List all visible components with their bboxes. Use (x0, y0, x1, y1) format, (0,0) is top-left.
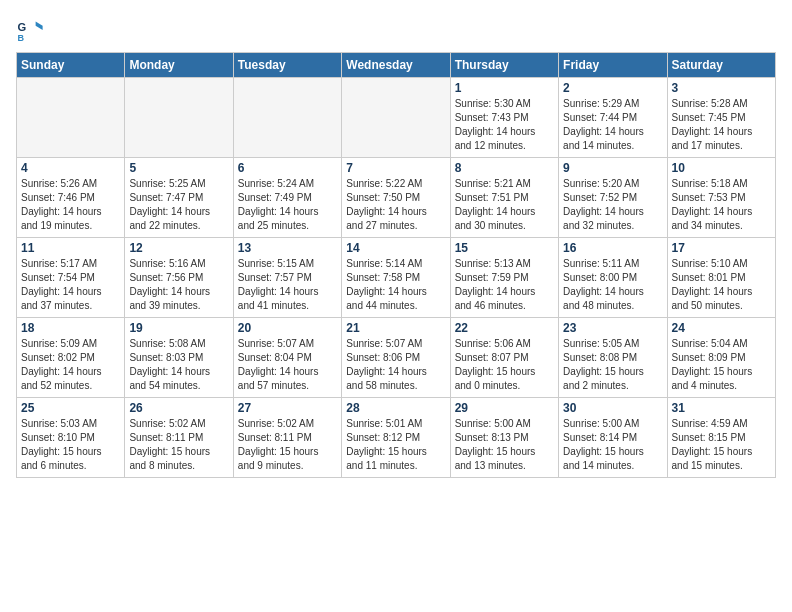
logo-icon: G B (16, 16, 44, 44)
day-number: 11 (21, 241, 120, 255)
day-cell: 23Sunrise: 5:05 AMSunset: 8:08 PMDayligh… (559, 318, 667, 398)
day-cell: 30Sunrise: 5:00 AMSunset: 8:14 PMDayligh… (559, 398, 667, 478)
day-header-sunday: Sunday (17, 53, 125, 78)
day-cell: 8Sunrise: 5:21 AMSunset: 7:51 PMDaylight… (450, 158, 558, 238)
day-number: 1 (455, 81, 554, 95)
day-number: 2 (563, 81, 662, 95)
day-number: 30 (563, 401, 662, 415)
day-info: Sunrise: 5:28 AMSunset: 7:45 PMDaylight:… (672, 97, 771, 153)
day-header-friday: Friday (559, 53, 667, 78)
day-cell: 7Sunrise: 5:22 AMSunset: 7:50 PMDaylight… (342, 158, 450, 238)
day-info: Sunrise: 5:20 AMSunset: 7:52 PMDaylight:… (563, 177, 662, 233)
day-cell: 10Sunrise: 5:18 AMSunset: 7:53 PMDayligh… (667, 158, 775, 238)
week-row-5: 25Sunrise: 5:03 AMSunset: 8:10 PMDayligh… (17, 398, 776, 478)
day-info: Sunrise: 5:02 AMSunset: 8:11 PMDaylight:… (238, 417, 337, 473)
day-cell: 29Sunrise: 5:00 AMSunset: 8:13 PMDayligh… (450, 398, 558, 478)
day-cell: 31Sunrise: 4:59 AMSunset: 8:15 PMDayligh… (667, 398, 775, 478)
day-info: Sunrise: 5:00 AMSunset: 8:14 PMDaylight:… (563, 417, 662, 473)
day-info: Sunrise: 5:11 AMSunset: 8:00 PMDaylight:… (563, 257, 662, 313)
day-info: Sunrise: 5:13 AMSunset: 7:59 PMDaylight:… (455, 257, 554, 313)
day-header-saturday: Saturday (667, 53, 775, 78)
svg-marker-1 (36, 22, 43, 30)
day-number: 12 (129, 241, 228, 255)
day-header-wednesday: Wednesday (342, 53, 450, 78)
day-info: Sunrise: 5:30 AMSunset: 7:43 PMDaylight:… (455, 97, 554, 153)
day-number: 9 (563, 161, 662, 175)
day-cell: 22Sunrise: 5:06 AMSunset: 8:07 PMDayligh… (450, 318, 558, 398)
day-number: 16 (563, 241, 662, 255)
day-info: Sunrise: 5:02 AMSunset: 8:11 PMDaylight:… (129, 417, 228, 473)
day-header-tuesday: Tuesday (233, 53, 341, 78)
day-cell: 19Sunrise: 5:08 AMSunset: 8:03 PMDayligh… (125, 318, 233, 398)
day-cell (342, 78, 450, 158)
day-info: Sunrise: 5:18 AMSunset: 7:53 PMDaylight:… (672, 177, 771, 233)
day-cell: 17Sunrise: 5:10 AMSunset: 8:01 PMDayligh… (667, 238, 775, 318)
day-number: 7 (346, 161, 445, 175)
day-info: Sunrise: 5:08 AMSunset: 8:03 PMDaylight:… (129, 337, 228, 393)
svg-text:B: B (17, 33, 24, 43)
day-info: Sunrise: 4:59 AMSunset: 8:15 PMDaylight:… (672, 417, 771, 473)
day-cell: 1Sunrise: 5:30 AMSunset: 7:43 PMDaylight… (450, 78, 558, 158)
day-number: 3 (672, 81, 771, 95)
day-cell: 21Sunrise: 5:07 AMSunset: 8:06 PMDayligh… (342, 318, 450, 398)
day-cell: 18Sunrise: 5:09 AMSunset: 8:02 PMDayligh… (17, 318, 125, 398)
week-row-2: 4Sunrise: 5:26 AMSunset: 7:46 PMDaylight… (17, 158, 776, 238)
day-info: Sunrise: 5:14 AMSunset: 7:58 PMDaylight:… (346, 257, 445, 313)
day-number: 21 (346, 321, 445, 335)
day-header-thursday: Thursday (450, 53, 558, 78)
day-number: 22 (455, 321, 554, 335)
day-cell: 27Sunrise: 5:02 AMSunset: 8:11 PMDayligh… (233, 398, 341, 478)
day-info: Sunrise: 5:06 AMSunset: 8:07 PMDaylight:… (455, 337, 554, 393)
day-number: 28 (346, 401, 445, 415)
day-cell: 24Sunrise: 5:04 AMSunset: 8:09 PMDayligh… (667, 318, 775, 398)
day-cell: 3Sunrise: 5:28 AMSunset: 7:45 PMDaylight… (667, 78, 775, 158)
day-header-monday: Monday (125, 53, 233, 78)
day-cell: 13Sunrise: 5:15 AMSunset: 7:57 PMDayligh… (233, 238, 341, 318)
day-cell: 6Sunrise: 5:24 AMSunset: 7:49 PMDaylight… (233, 158, 341, 238)
day-cell (233, 78, 341, 158)
day-info: Sunrise: 5:26 AMSunset: 7:46 PMDaylight:… (21, 177, 120, 233)
day-number: 13 (238, 241, 337, 255)
day-info: Sunrise: 5:10 AMSunset: 8:01 PMDaylight:… (672, 257, 771, 313)
day-cell: 20Sunrise: 5:07 AMSunset: 8:04 PMDayligh… (233, 318, 341, 398)
day-info: Sunrise: 5:16 AMSunset: 7:56 PMDaylight:… (129, 257, 228, 313)
week-row-1: 1Sunrise: 5:30 AMSunset: 7:43 PMDaylight… (17, 78, 776, 158)
day-cell: 25Sunrise: 5:03 AMSunset: 8:10 PMDayligh… (17, 398, 125, 478)
day-info: Sunrise: 5:22 AMSunset: 7:50 PMDaylight:… (346, 177, 445, 233)
day-number: 19 (129, 321, 228, 335)
svg-text:G: G (17, 21, 26, 33)
day-number: 6 (238, 161, 337, 175)
day-info: Sunrise: 5:29 AMSunset: 7:44 PMDaylight:… (563, 97, 662, 153)
day-cell: 9Sunrise: 5:20 AMSunset: 7:52 PMDaylight… (559, 158, 667, 238)
day-number: 18 (21, 321, 120, 335)
day-info: Sunrise: 5:07 AMSunset: 8:06 PMDaylight:… (346, 337, 445, 393)
day-number: 24 (672, 321, 771, 335)
day-cell: 12Sunrise: 5:16 AMSunset: 7:56 PMDayligh… (125, 238, 233, 318)
day-number: 8 (455, 161, 554, 175)
day-number: 20 (238, 321, 337, 335)
day-number: 31 (672, 401, 771, 415)
day-number: 29 (455, 401, 554, 415)
day-number: 4 (21, 161, 120, 175)
day-info: Sunrise: 5:25 AMSunset: 7:47 PMDaylight:… (129, 177, 228, 233)
day-cell: 4Sunrise: 5:26 AMSunset: 7:46 PMDaylight… (17, 158, 125, 238)
day-cell (125, 78, 233, 158)
calendar-body: 1Sunrise: 5:30 AMSunset: 7:43 PMDaylight… (17, 78, 776, 478)
logo: G B (16, 16, 46, 44)
day-info: Sunrise: 5:04 AMSunset: 8:09 PMDaylight:… (672, 337, 771, 393)
day-info: Sunrise: 5:00 AMSunset: 8:13 PMDaylight:… (455, 417, 554, 473)
day-cell: 5Sunrise: 5:25 AMSunset: 7:47 PMDaylight… (125, 158, 233, 238)
page-header: G B (16, 16, 776, 44)
calendar-table: SundayMondayTuesdayWednesdayThursdayFrid… (16, 52, 776, 478)
day-info: Sunrise: 5:05 AMSunset: 8:08 PMDaylight:… (563, 337, 662, 393)
day-number: 23 (563, 321, 662, 335)
day-info: Sunrise: 5:21 AMSunset: 7:51 PMDaylight:… (455, 177, 554, 233)
week-row-4: 18Sunrise: 5:09 AMSunset: 8:02 PMDayligh… (17, 318, 776, 398)
day-info: Sunrise: 5:09 AMSunset: 8:02 PMDaylight:… (21, 337, 120, 393)
day-number: 10 (672, 161, 771, 175)
day-info: Sunrise: 5:17 AMSunset: 7:54 PMDaylight:… (21, 257, 120, 313)
day-cell: 14Sunrise: 5:14 AMSunset: 7:58 PMDayligh… (342, 238, 450, 318)
day-info: Sunrise: 5:24 AMSunset: 7:49 PMDaylight:… (238, 177, 337, 233)
day-number: 27 (238, 401, 337, 415)
day-cell: 28Sunrise: 5:01 AMSunset: 8:12 PMDayligh… (342, 398, 450, 478)
